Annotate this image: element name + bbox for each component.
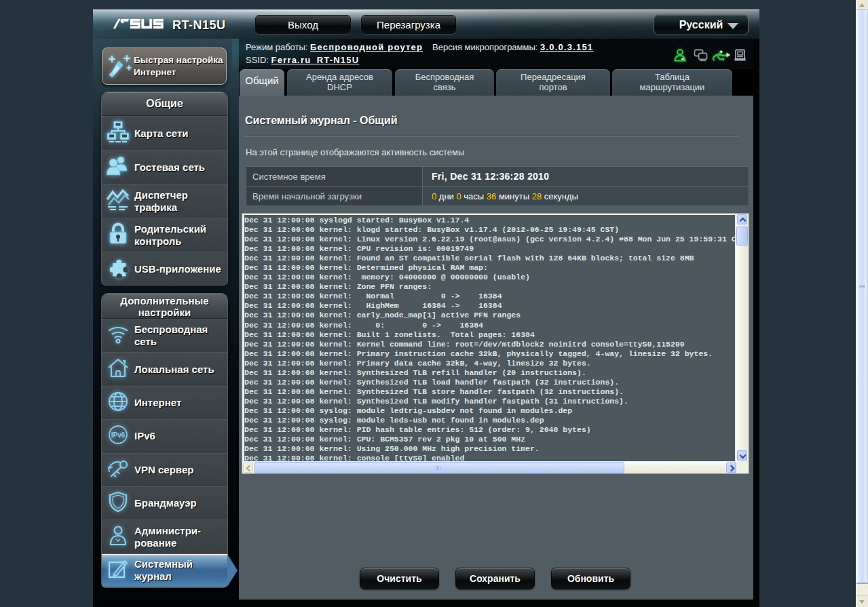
svg-text:IPv6: IPv6 <box>111 431 126 439</box>
